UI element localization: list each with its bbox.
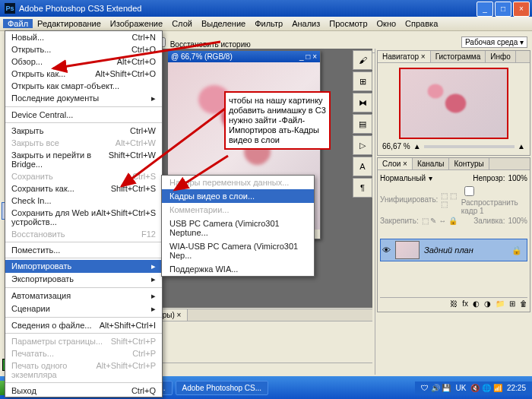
tab-Каналы[interactable]: Каналы bbox=[413, 158, 450, 169]
navigator-thumbnail[interactable] bbox=[399, 68, 508, 139]
file-menu-item[interactable]: Последние документы▸ bbox=[5, 92, 162, 105]
collapsed-panels: 🖌 ⊞ ⧓ ▤ ▷ A ¶ bbox=[353, 50, 372, 198]
navigator-palette: Навигатор ×ГистограммаИнфо 66,67 % ▲ ▲ bbox=[377, 50, 530, 156]
file-menu-item[interactable]: Экспортировать▸ bbox=[5, 273, 162, 286]
tab-Инфо[interactable]: Инфо bbox=[486, 51, 516, 62]
maximize-button[interactable]: □ bbox=[495, 2, 511, 17]
menu-Слой[interactable]: Слой bbox=[167, 19, 197, 28]
file-menu-item[interactable]: Сведения о файле...Alt+Shift+Ctrl+I bbox=[5, 319, 162, 331]
propagate-checkbox[interactable]: Распространить кадр 1 bbox=[461, 184, 527, 215]
language-indicator[interactable]: UK bbox=[456, 384, 467, 392]
document-title: @ 66,7% (RGB/8) bbox=[171, 52, 233, 61]
minimize-button[interactable]: _ bbox=[477, 2, 493, 17]
file-menu-item[interactable]: Обзор...Alt+Ctrl+O bbox=[5, 55, 162, 68]
file-menu-dropdown: Новый...Ctrl+NОткрыть...Ctrl+OОбзор...Al… bbox=[5, 30, 163, 397]
file-menu-item[interactable]: Открыть как...Alt+Shift+Ctrl+O bbox=[5, 68, 162, 80]
file-menu-item[interactable]: Device Central... bbox=[5, 109, 162, 121]
zoom-out-icon[interactable]: ▲ bbox=[413, 142, 421, 150]
doc-maximize-button[interactable]: □ bbox=[306, 52, 310, 61]
file-menu-item[interactable]: Поместить... bbox=[5, 244, 162, 256]
actions-icon[interactable]: ▷ bbox=[353, 135, 372, 155]
menu-Фильтр[interactable]: Фильтр bbox=[250, 19, 287, 28]
file-menu-item[interactable]: Автоматизация▸ bbox=[5, 290, 162, 302]
layer-comps-icon[interactable]: ▤ bbox=[353, 114, 372, 134]
doc-minimize-button[interactable]: _ bbox=[299, 52, 304, 61]
import-menu-item[interactable]: USB PC Camera (Vimicro301 Neptune... bbox=[162, 217, 314, 239]
file-menu-item: Печать одного экземпляраAlt+Shift+Ctrl+P bbox=[5, 359, 162, 381]
file-menu-item[interactable]: ЗакрытьCtrl+W bbox=[5, 125, 162, 137]
layer-mask-icon[interactable]: ◐ bbox=[473, 299, 480, 308]
layer-style-icon[interactable]: fx bbox=[462, 299, 468, 308]
layers-palette: Слои ×КаналыКонтуры Нормальный ▾ Непрозр… bbox=[377, 157, 530, 312]
doc-close-button[interactable]: × bbox=[312, 52, 317, 61]
menu-Файл[interactable]: Файл bbox=[3, 19, 33, 28]
new-layer-icon[interactable]: ⊞ bbox=[509, 299, 515, 308]
file-menu-item: ВосстановитьF12 bbox=[5, 228, 162, 240]
character-icon[interactable]: A bbox=[353, 157, 372, 176]
paragraph-icon[interactable]: ¶ bbox=[353, 178, 372, 198]
tool-presets-icon[interactable]: ⧓ bbox=[353, 93, 372, 112]
layer-background[interactable]: 👁 Задний план 🔒 bbox=[380, 239, 527, 261]
import-menu-item: Наборы переменных данных... bbox=[162, 176, 314, 189]
right-panels: Навигатор ×ГистограммаИнфо 66,67 % ▲ ▲ С… bbox=[375, 49, 532, 375]
navigator-zoom[interactable]: 66,67 % bbox=[382, 142, 410, 150]
import-menu-item[interactable]: WIA-USB PC Camera (Vimicro301 Nep... bbox=[162, 239, 314, 262]
taskbar-item-photoshop[interactable]: Adobe Photoshop CS... bbox=[176, 381, 269, 395]
file-menu-item[interactable]: Импортировать▸ bbox=[5, 260, 162, 273]
blend-mode-select[interactable]: Нормальный bbox=[380, 174, 426, 182]
menu-Изображение[interactable]: Изображение bbox=[106, 19, 167, 28]
close-button[interactable]: × bbox=[513, 2, 530, 17]
tab-Слои[interactable]: Слои × bbox=[378, 158, 413, 169]
group-icon[interactable]: 📁 bbox=[496, 299, 505, 308]
menu-Выделение[interactable]: Выделение bbox=[197, 19, 250, 28]
fill-field[interactable]: 100% bbox=[508, 217, 527, 225]
file-menu-item[interactable]: Открыть...Ctrl+O bbox=[5, 43, 162, 55]
zoom-in-icon[interactable]: ▲ bbox=[518, 142, 525, 150]
photoshop-icon: Ps bbox=[5, 3, 15, 14]
file-menu-item: СохранитьCtrl+S bbox=[5, 170, 162, 182]
adjustment-layer-icon[interactable]: ◑ bbox=[484, 299, 491, 308]
file-menu-item[interactable]: ВыходCtrl+Q bbox=[5, 385, 162, 397]
file-menu-item[interactable]: Сохранить для Web и устройств...Alt+Shif… bbox=[5, 207, 162, 228]
file-menu-item[interactable]: Check In... bbox=[5, 195, 162, 207]
import-submenu: Наборы переменных данных...Кадры видео в… bbox=[161, 175, 315, 277]
menu-Окно[interactable]: Окно bbox=[372, 19, 401, 28]
menu-Просмотр[interactable]: Просмотр bbox=[325, 19, 372, 28]
import-menu-item: Комментарии... bbox=[162, 203, 314, 217]
delete-layer-icon[interactable]: 🗑 bbox=[520, 299, 527, 308]
menu-Справка[interactable]: Справка bbox=[401, 19, 442, 28]
brushes-panel-icon[interactable]: 🖌 bbox=[353, 50, 372, 70]
file-menu-item[interactable]: Сохранить как...Shift+Ctrl+S bbox=[5, 182, 162, 195]
link-layers-icon[interactable]: ⛓ bbox=[450, 299, 458, 308]
layer-thumbnail[interactable] bbox=[395, 241, 420, 259]
workspace-button[interactable]: Рабочая среда ▾ bbox=[461, 36, 527, 48]
file-menu-item[interactable]: Открыть как смарт-объект... bbox=[5, 80, 162, 92]
import-menu-item[interactable]: Кадры видео в слои... bbox=[162, 189, 314, 203]
menubar: ФайлРедактированиеИзображениеСлойВыделен… bbox=[0, 17, 532, 31]
menu-Редактирование[interactable]: Редактирование bbox=[33, 19, 106, 28]
opacity-field[interactable]: 100% bbox=[508, 174, 527, 182]
tutorial-note: чтобы на нашу картинку добавить анимашку… bbox=[224, 91, 331, 150]
system-tray[interactable]: 🛡 🔊 💾 UK 🔇 🌐 📶 22:25 bbox=[415, 382, 532, 394]
visibility-icon[interactable]: 👁 bbox=[382, 245, 391, 255]
restore-history-checkbox[interactable]: Восстановить историю bbox=[153, 35, 251, 49]
file-menu-item: Закрыть всеAlt+Ctrl+W bbox=[5, 137, 162, 149]
tab-Навигатор[interactable]: Навигатор × bbox=[378, 51, 431, 62]
window-title: Adobe Photoshop CS3 Extended bbox=[19, 0, 141, 17]
file-menu-item: Печатать...Ctrl+P bbox=[5, 347, 162, 359]
file-menu-item[interactable]: Новый...Ctrl+N bbox=[5, 31, 162, 43]
import-menu-item[interactable]: Поддержка WIA... bbox=[162, 262, 314, 276]
tab-Гистограмма[interactable]: Гистограмма bbox=[431, 51, 486, 62]
file-menu-item[interactable]: Закрыть и перейти в Bridge...Shift+Ctrl+… bbox=[5, 149, 162, 170]
lock-icon: 🔒 bbox=[511, 245, 522, 255]
menu-Анализ[interactable]: Анализ bbox=[287, 19, 325, 28]
clone-panel-icon[interactable]: ⊞ bbox=[353, 71, 372, 91]
zoom-slider[interactable] bbox=[424, 145, 515, 148]
window-titlebar: Ps Adobe Photoshop CS3 Extended _ □ × bbox=[0, 0, 532, 17]
file-menu-item: Параметры страницы...Shift+Ctrl+P bbox=[5, 335, 162, 347]
file-menu-item[interactable]: Сценарии▸ bbox=[5, 302, 162, 315]
tab-Контуры[interactable]: Контуры bbox=[449, 158, 489, 169]
clock: 22:25 bbox=[507, 384, 526, 392]
